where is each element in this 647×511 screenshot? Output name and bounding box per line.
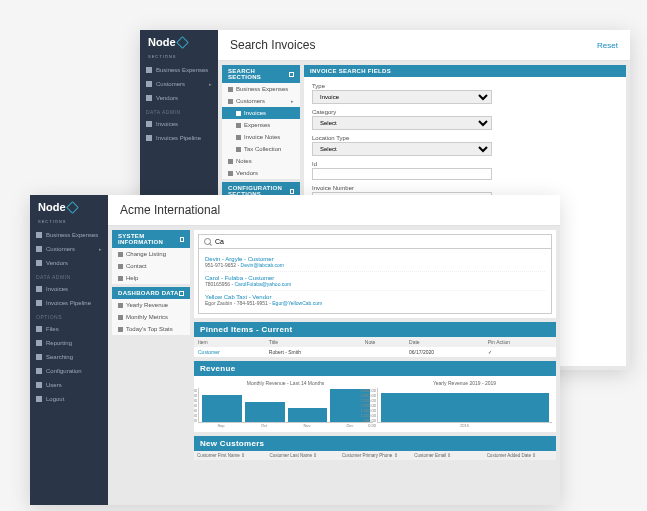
search-result[interactable]: Yellow Cab Taxi - VendorEgor Zaubin - 78… xyxy=(205,291,545,309)
item-icon xyxy=(228,99,233,104)
sub-item-label: Today's Top Stats xyxy=(126,326,173,332)
chevron-right-icon: ▸ xyxy=(99,246,102,252)
logo: Node xyxy=(30,195,108,219)
panel-title: Revenue xyxy=(200,364,235,373)
sidebar-item[interactable]: Business Expenses xyxy=(140,63,218,77)
sidebar-item[interactable]: Invoices Pipeline xyxy=(140,131,218,145)
sidebar-item[interactable]: Customers▸ xyxy=(140,77,218,91)
column-header[interactable]: Customer First Name ⇕ xyxy=(194,451,266,460)
panel-header: New Customers xyxy=(194,436,556,451)
location-select[interactable]: Select xyxy=(312,142,492,156)
item-icon xyxy=(118,264,123,269)
item-icon xyxy=(118,252,123,257)
sub-item-label: Help xyxy=(126,275,138,281)
id-input[interactable] xyxy=(312,168,492,180)
sub-list-item[interactable]: Monthly Metrics xyxy=(112,311,190,323)
cell xyxy=(361,347,405,357)
search-box xyxy=(198,234,552,249)
label: Id xyxy=(312,161,618,167)
sidebar-item[interactable]: Invoices xyxy=(140,117,218,131)
main-area: Acme International SYSTEM INFORMATION Ch… xyxy=(108,195,560,505)
y-axis: 3,500.003,000.002,500.002,000.001,500.00… xyxy=(358,388,376,422)
search-result[interactable]: Carol - Fulaba - Customer780165956 - Car… xyxy=(205,272,545,291)
menu-icon xyxy=(36,246,42,252)
column-header[interactable]: Customer Last Name ⇕ xyxy=(266,451,338,460)
sub-list-item[interactable]: Invoices xyxy=(222,107,300,119)
collapse-icon[interactable] xyxy=(290,189,294,194)
sidebar-item[interactable]: Logout xyxy=(30,392,108,406)
category-select[interactable]: Select xyxy=(312,116,492,130)
item-icon xyxy=(118,276,123,281)
menu-icon xyxy=(146,81,152,87)
search-input[interactable] xyxy=(215,238,546,245)
sub-item-label: Yearly Revenue xyxy=(126,302,168,308)
column-header[interactable]: Customer Added Date ⇕ xyxy=(484,451,556,460)
sub-item-label: Tax Collection xyxy=(244,146,281,152)
sidebar-item[interactable]: Vendors xyxy=(30,256,108,270)
pinned-panel: Pinned Items - Current ItemTitleNoteDate… xyxy=(194,322,556,357)
bar xyxy=(202,395,242,422)
menu-icon xyxy=(146,95,152,101)
sidebar-item[interactable]: Invoices xyxy=(30,282,108,296)
sidebar-item[interactable]: Files xyxy=(30,322,108,336)
sub-list-item[interactable]: Business Expenses xyxy=(222,83,300,95)
sub-list-item[interactable]: Notes xyxy=(222,155,300,167)
sidebar-section-label: DATA ADMIN xyxy=(140,105,218,117)
type-select[interactable]: Invoice xyxy=(312,90,492,104)
sidebar-item[interactable]: Searching xyxy=(30,350,108,364)
collapse-icon[interactable] xyxy=(180,237,185,242)
column-header[interactable]: Customer Primary Phone ⇕ xyxy=(339,451,411,460)
sub-list-item[interactable]: Expenses xyxy=(222,119,300,131)
sub-list-item[interactable]: Tax Collection xyxy=(222,143,300,155)
menu-icon xyxy=(36,286,42,292)
collapse-icon[interactable] xyxy=(289,72,294,77)
sidebar-section-label: DATA ADMIN xyxy=(30,270,108,282)
item-icon xyxy=(118,327,123,332)
label: Invoice Number xyxy=(312,185,618,191)
menu-icon xyxy=(36,354,42,360)
column-header[interactable]: Note xyxy=(361,337,405,347)
reset-link[interactable]: Reset xyxy=(597,41,618,50)
sub-list-item[interactable]: Customers▸ xyxy=(222,95,300,107)
column-header[interactable]: Title xyxy=(265,337,361,347)
sidebar-item[interactable]: Customers▸ xyxy=(30,242,108,256)
sub-list-item[interactable]: Invoice Notes xyxy=(222,131,300,143)
column-header[interactable]: Customer Email ⇕ xyxy=(411,451,483,460)
sub-list-item[interactable]: Yearly Revenue xyxy=(112,299,190,311)
label: Location Type xyxy=(312,135,618,141)
sub-list-item[interactable]: Vendors xyxy=(222,167,300,179)
item-icon xyxy=(236,135,241,140)
sub-list-item[interactable]: Today's Top Stats xyxy=(112,323,190,335)
panel-header: SEARCH SECTIONS xyxy=(222,65,300,83)
column-header[interactable]: Pin Action xyxy=(484,337,556,347)
sidebar-item[interactable]: Reporting xyxy=(30,336,108,350)
sub-list-item[interactable]: Help xyxy=(112,272,190,284)
sidebar-item-label: Invoices Pipeline xyxy=(46,300,91,306)
sidebar-item-label: Business Expenses xyxy=(46,232,98,238)
sub-list-item[interactable]: Change Listing xyxy=(112,248,190,260)
collapse-icon[interactable] xyxy=(179,291,184,296)
result-detail: 951-971-9652 - Devin@labcab.com xyxy=(205,262,545,268)
y-axis: 1,200.001,000.00800.00600.00400.00200.00… xyxy=(194,388,197,422)
chart: Monthly Revenue - Last 14 Months1,200.00… xyxy=(198,380,373,428)
sidebar-item-label: Files xyxy=(46,326,59,332)
sidebar-item[interactable]: Vendors xyxy=(140,91,218,105)
sub-item-label: Customers xyxy=(236,98,265,104)
search-result[interactable]: Devin - Argyle - Customer951-971-9652 - … xyxy=(205,253,545,272)
sidebar-item[interactable]: Invoices Pipeline xyxy=(30,296,108,310)
cell: Robert - Smith xyxy=(265,347,361,357)
column-header[interactable]: Item xyxy=(194,337,265,347)
sub-list-item[interactable]: Contact xyxy=(112,260,190,272)
sidebar-item-label: Vendors xyxy=(46,260,68,266)
x-axis: 2019 xyxy=(377,423,552,428)
sidebar-item-label: Reporting xyxy=(46,340,72,346)
label: Type xyxy=(312,83,618,89)
brand-subtitle: SECTIONS xyxy=(140,54,218,63)
sidebar-item[interactable]: Business Expenses xyxy=(30,228,108,242)
item-icon xyxy=(228,171,233,176)
sidebar-item[interactable]: Users xyxy=(30,378,108,392)
sidebar-item[interactable]: Configuration xyxy=(30,364,108,378)
cell[interactable]: Customer xyxy=(194,347,265,357)
sidebar-item-label: Business Expenses xyxy=(156,67,208,73)
column-header[interactable]: Date xyxy=(405,337,484,347)
